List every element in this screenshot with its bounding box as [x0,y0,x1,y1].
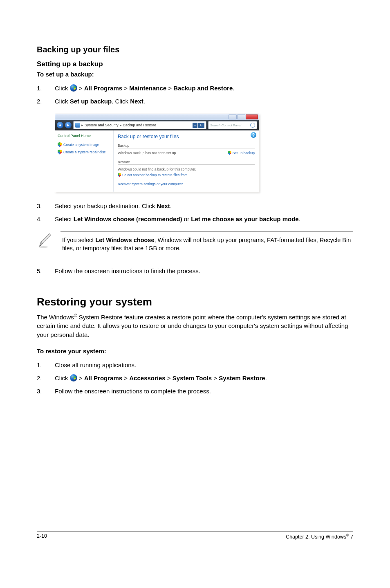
crumb-segment[interactable]: System and Security [85,123,119,127]
step-number: 5. [37,266,55,276]
link-text: Set up backup [233,151,255,155]
bold: Let me choose as your backup mode [191,215,298,222]
step-body: Click > All Programs > Maintenance > Bac… [55,83,353,93]
set-up-backup-link[interactable]: Set up backup [228,151,255,155]
text: . [233,85,234,92]
address-bar[interactable]: ▸ System and Security ▸ Backup and Resto… [73,121,206,129]
bold: Maintenance [129,85,166,92]
backup-status-text: Windows Backup has not been set up. [118,151,177,155]
window-navbar: ◄ ► ▸ System and Security ▸ Backup and R… [55,120,259,130]
svg-point-0 [38,246,48,248]
step-number: 4. [37,214,55,224]
heading-restoring: Restoring your system [37,296,353,308]
group-label-backup: Backup [118,144,255,148]
steps-list-a: 1. Click > All Programs > Maintenance > … [37,83,353,106]
shield-icon [58,150,62,155]
window-titlebar [55,114,259,120]
bold: Backup and Restore [173,85,233,92]
step-number: 3. [37,201,55,211]
text: Select your backup destination. Click [55,202,157,209]
heading-backing-up: Backing up your files [37,45,353,54]
sidebar-create-image[interactable]: Create a system image [58,142,111,147]
text: or [182,215,191,222]
link-text: Select another backup to restore files f… [122,173,188,177]
start-orb-icon [70,84,77,92]
minimize-button[interactable] [229,114,237,119]
restore-status-text: Windows could not find a backup for this… [118,167,196,171]
control-panel-icon [75,123,80,128]
screenshot-backup-restore: ◄ ► ▸ System and Security ▸ Backup and R… [55,114,259,192]
step-body: Select Let Windows choose (recommended) … [55,214,353,224]
step-body: Select your backup destination. Click Ne… [55,201,353,211]
chapter-label: Chapter 2: Using Windows® 7 [286,533,353,540]
step-number: 2. [37,97,55,106]
text: Click [55,85,70,92]
chevron-right-icon: ▸ [81,123,83,127]
window: ◄ ► ▸ System and Security ▸ Backup and R… [55,114,259,192]
page-footer: 2-10 Chapter 2: Using Windows® 7 [37,531,353,540]
heading-to-set-up: To set up a backup: [37,71,353,78]
sep: > [212,375,219,382]
search-input[interactable]: Search Control Panel [208,121,257,129]
heading-to-restore: To restore your system: [37,348,353,355]
bold: Next [157,202,170,209]
nav-forward-icon[interactable]: ► [65,122,72,128]
bold: All Programs [84,375,122,382]
text: Click [55,375,70,382]
close-button[interactable] [246,114,258,119]
nav-back-icon[interactable]: ◄ [57,122,63,128]
crumb-segment[interactable]: Backup and Restore [123,123,157,127]
shield-icon [118,173,121,177]
chevron-right-icon: ▸ [120,123,122,127]
bold: Let Windows choose [95,237,154,243]
content-heading: Back up or restore your files [118,134,255,139]
search-icon [250,123,255,128]
bold: All Programs [84,85,122,92]
sidebar-home-link[interactable]: Control Panel Home [58,134,111,138]
text: > [77,85,84,92]
refresh-icon[interactable]: ↻ [198,123,204,128]
recover-settings-link[interactable]: Recover system settings or your computer [118,182,255,186]
text: 7 [349,534,353,540]
step-number: 1. [37,83,55,93]
pencil-icon [37,231,54,249]
search-placeholder: Search Control Panel [210,123,241,127]
bold: System Tools [173,375,212,382]
link-text: Create a system image [63,143,99,147]
sep: > [122,375,129,382]
step-body: Click > All Programs > Accessories > Sys… [55,373,353,383]
bold: Accessories [129,375,165,382]
heading-setting-up: Setting up a backup [37,60,353,68]
dropdown-icon[interactable]: ▾ [193,123,197,128]
step-body: Follow the onscreen instructions to comp… [55,386,353,396]
text: Select [55,215,74,222]
link-text: Create a system repair disc [63,150,105,154]
maximize-button[interactable] [237,114,245,119]
main-content: Back up or restore your files Backup Win… [114,130,259,192]
step-number: 1. [37,360,55,370]
text: . [170,202,172,209]
page-number: 2-10 [37,533,47,540]
bold: Next [130,98,143,105]
text: > [77,375,84,382]
group-label-restore: Restore [118,160,255,165]
select-another-backup-link[interactable]: Select another backup to restore files f… [118,173,188,177]
text: . [265,375,267,382]
step-number: 3. [37,386,55,396]
shield-icon [58,142,62,147]
shield-icon [228,151,231,155]
text: . [143,98,145,105]
text: Chapter 2: Using Windows [286,534,346,540]
restoring-paragraph: The Windows® System Restore feature crea… [37,312,353,339]
steps-list-a-cont: 3. Select your backup destination. Click… [37,201,353,224]
sidebar-create-repair-disc[interactable]: Create a system repair disc [58,150,111,155]
help-icon[interactable]: ? [251,132,256,138]
sep: > [166,375,173,382]
step-number: 2. [37,373,55,383]
steps-list-a-final: 5. Follow the onscreen instructions to f… [37,266,353,276]
note-box: If you select Let Windows choose, Window… [37,231,353,257]
sidebar: Control Panel Home Create a system image… [55,130,114,192]
text: If you select [62,237,95,243]
step-body: Close all running applications. [55,360,353,370]
text: . [299,215,300,222]
